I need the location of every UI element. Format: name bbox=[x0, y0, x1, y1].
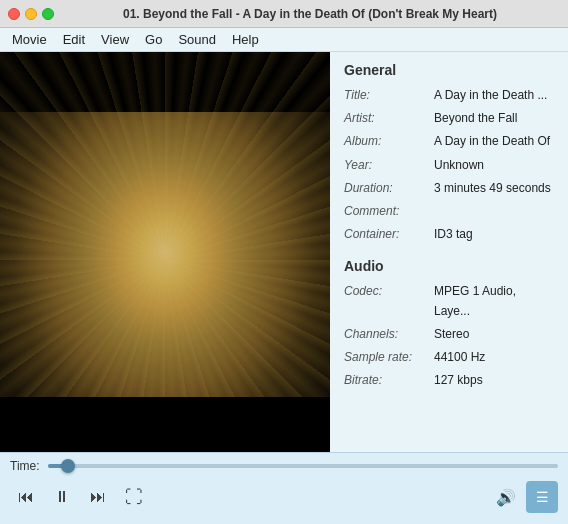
table-row: Artist: Beyond the Fall bbox=[344, 107, 554, 130]
field-label: Bitrate: bbox=[344, 369, 434, 392]
field-label: Codec: bbox=[344, 280, 434, 322]
window-title: 01. Beyond the Fall - A Day in the Death… bbox=[60, 7, 560, 21]
field-label: Comment: bbox=[344, 200, 434, 223]
audio-info-table: Codec: MPEG 1 Audio, Laye...Channels: St… bbox=[344, 280, 554, 392]
table-row: Title: A Day in the Death ... bbox=[344, 84, 554, 107]
table-row: Bitrate: 127 kbps bbox=[344, 369, 554, 392]
field-value: 44100 Hz bbox=[434, 346, 554, 369]
field-label: Artist: bbox=[344, 107, 434, 130]
menu-item-go[interactable]: Go bbox=[137, 30, 170, 49]
volume-button[interactable]: 🔊 bbox=[490, 481, 522, 513]
field-label: Duration: bbox=[344, 177, 434, 200]
table-row: Sample rate: 44100 Hz bbox=[344, 346, 554, 369]
table-row: Codec: MPEG 1 Audio, Laye... bbox=[344, 280, 554, 322]
menu-item-help[interactable]: Help bbox=[224, 30, 267, 49]
field-label: Album: bbox=[344, 130, 434, 153]
skip-forward-button[interactable]: ⏭ bbox=[82, 481, 114, 513]
video-thumbnail bbox=[0, 52, 330, 452]
field-value bbox=[434, 200, 554, 223]
maximize-button[interactable] bbox=[42, 8, 54, 20]
video-rays bbox=[0, 52, 330, 452]
field-value: ID3 tag bbox=[434, 223, 554, 246]
table-row: Channels: Stereo bbox=[344, 323, 554, 346]
titlebar: 01. Beyond the Fall - A Day in the Death… bbox=[0, 0, 568, 28]
field-value: 3 minutes 49 seconds bbox=[434, 177, 554, 200]
close-button[interactable] bbox=[8, 8, 20, 20]
menu-item-view[interactable]: View bbox=[93, 30, 137, 49]
time-label: Time: bbox=[10, 459, 40, 473]
table-row: Album: A Day in the Death Of bbox=[344, 130, 554, 153]
menu-item-sound[interactable]: Sound bbox=[170, 30, 224, 49]
buttons-row: ⏮ ⏸ ⏭ ⛶ 🔊 ☰ bbox=[10, 481, 558, 513]
table-row: Comment: bbox=[344, 200, 554, 223]
skip-back-button[interactable]: ⏮ bbox=[10, 481, 42, 513]
field-value: Unknown bbox=[434, 154, 554, 177]
table-row: Duration: 3 minutes 49 seconds bbox=[344, 177, 554, 200]
video-bottom-black bbox=[0, 397, 330, 452]
field-value: 127 kbps bbox=[434, 369, 554, 392]
field-label: Container: bbox=[344, 223, 434, 246]
menu-item-edit[interactable]: Edit bbox=[55, 30, 93, 49]
general-section-title: General bbox=[344, 62, 554, 78]
field-value: A Day in the Death ... bbox=[434, 84, 554, 107]
field-label: Channels: bbox=[344, 323, 434, 346]
time-row: Time: bbox=[10, 459, 558, 473]
video-area bbox=[0, 52, 330, 452]
seek-bar[interactable] bbox=[48, 464, 558, 468]
field-label: Year: bbox=[344, 154, 434, 177]
menubar: MovieEditViewGoSoundHelp bbox=[0, 28, 568, 52]
seek-thumb[interactable] bbox=[61, 459, 75, 473]
table-row: Container: ID3 tag bbox=[344, 223, 554, 246]
field-label: Title: bbox=[344, 84, 434, 107]
general-info-table: Title: A Day in the Death ...Artist: Bey… bbox=[344, 84, 554, 246]
main-content: General Title: A Day in the Death ...Art… bbox=[0, 52, 568, 452]
field-value: Stereo bbox=[434, 323, 554, 346]
minimize-button[interactable] bbox=[25, 8, 37, 20]
field-value: A Day in the Death Of bbox=[434, 130, 554, 153]
fullscreen-button[interactable]: ⛶ bbox=[118, 481, 150, 513]
controls-area: Time: ⏮ ⏸ ⏭ ⛶ 🔊 ☰ bbox=[0, 452, 568, 524]
field-value: MPEG 1 Audio, Laye... bbox=[434, 280, 554, 322]
info-panel: General Title: A Day in the Death ...Art… bbox=[330, 52, 568, 452]
field-value: Beyond the Fall bbox=[434, 107, 554, 130]
traffic-lights bbox=[8, 8, 54, 20]
field-label: Sample rate: bbox=[344, 346, 434, 369]
audio-section-title: Audio bbox=[344, 258, 554, 274]
play-pause-button[interactable]: ⏸ bbox=[46, 481, 78, 513]
table-row: Year: Unknown bbox=[344, 154, 554, 177]
menu-item-movie[interactable]: Movie bbox=[4, 30, 55, 49]
playlist-button[interactable]: ☰ bbox=[526, 481, 558, 513]
